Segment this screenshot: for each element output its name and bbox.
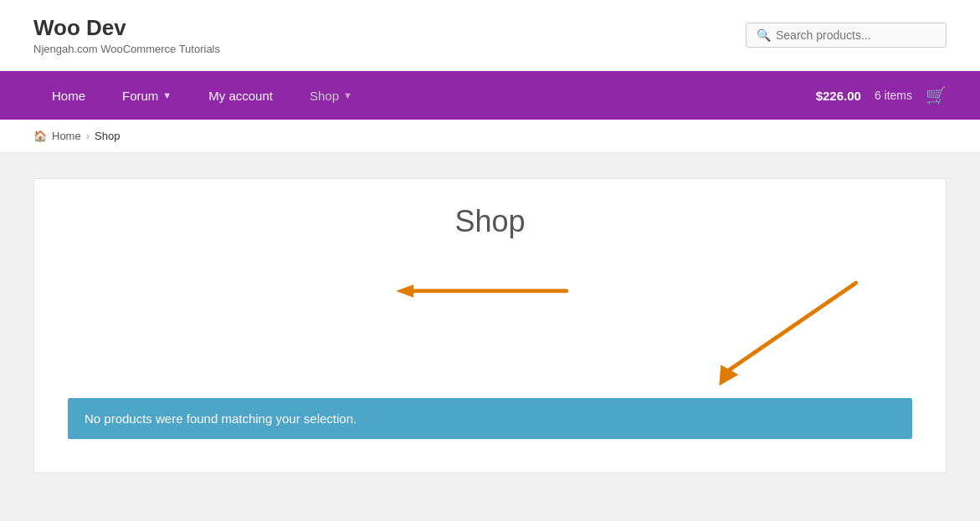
breadcrumb-current: Shop [95,130,120,142]
no-products-text: No products were found matching your sel… [85,411,357,426]
cart-icon[interactable]: 🛒 [926,85,947,105]
search-input[interactable] [776,28,936,42]
site-tagline: Njengah.com WooCommerce Tutorials [33,43,220,55]
svg-marker-1 [396,284,413,297]
annotation-arrows [68,264,912,398]
home-icon: 🏠 [33,130,47,142]
chevron-down-icon: ▼ [162,90,172,100]
shop-heading: Shop [68,204,912,239]
no-products-notice: No products were found matching your sel… [68,398,912,439]
shop-heading-text: Shop [454,204,525,238]
nav-item-shop[interactable]: Shop ▼ [291,71,371,120]
main-content: Shop No products were found matching you… [0,153,980,498]
nav-item-shop-label: Shop [310,89,339,103]
site-title: Woo Dev [33,15,220,41]
nav-right: $226.00 6 items 🛒 [816,85,947,105]
nav-left: Home Forum ▼ My account Shop ▼ [33,71,371,120]
site-nav: Home Forum ▼ My account Shop ▼ $226.00 6… [0,71,980,120]
cart-items-count: 6 items [875,89,912,102]
chevron-down-icon-shop: ▼ [343,90,352,100]
search-form[interactable]: 🔍 [746,23,947,48]
search-icon: 🔍 [757,28,771,42]
nav-item-home[interactable]: Home [33,71,104,120]
nav-item-forum[interactable]: Forum ▼ [104,71,190,120]
cart-total: $226.00 [816,89,861,103]
arrows-area [68,264,912,398]
svg-line-2 [727,283,856,372]
breadcrumb: 🏠 Home › Shop [0,120,980,153]
nav-item-myaccount-label: My account [208,89,273,103]
nav-item-myaccount[interactable]: My account [190,71,291,120]
breadcrumb-separator: › [86,130,90,142]
nav-item-home-label: Home [52,89,85,103]
site-header: Woo Dev Njengah.com WooCommerce Tutorial… [0,0,980,71]
nav-item-forum-label: Forum [122,89,158,103]
site-branding: Woo Dev Njengah.com WooCommerce Tutorial… [33,15,220,55]
shop-container: Shop No products were found matching you… [33,178,947,473]
breadcrumb-home-link[interactable]: Home [52,130,81,142]
